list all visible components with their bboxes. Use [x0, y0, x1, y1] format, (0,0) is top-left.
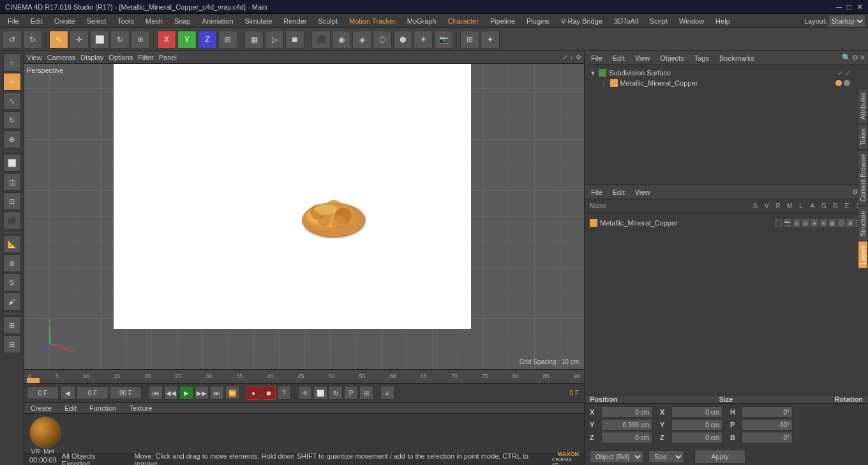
- tool-move[interactable]: ✛: [3, 73, 21, 91]
- render-view-button[interactable]: ▷: [265, 31, 284, 49]
- render-region-button[interactable]: ▦: [244, 31, 264, 49]
- obj-tree-metallic-copper[interactable]: L Metallic_Mineral_Copper: [590, 78, 863, 88]
- minimize-button[interactable]: ─: [836, 3, 842, 11]
- obj-close-icon[interactable]: ✕: [860, 54, 865, 62]
- maximize-button[interactable]: □: [847, 3, 851, 11]
- mat-menu-texture[interactable]: Texture: [125, 403, 156, 413]
- viewport-menu-filter[interactable]: Filter: [138, 54, 153, 61]
- record-button[interactable]: ●: [246, 386, 260, 400]
- obj-search-icon[interactable]: 🔍: [842, 54, 851, 62]
- viewport-menu-display[interactable]: Display: [80, 54, 103, 61]
- play-button[interactable]: ▶: [179, 386, 193, 400]
- obj-top-menu-file[interactable]: File: [587, 53, 606, 63]
- menu-animation[interactable]: Animation: [197, 16, 239, 26]
- material-slot[interactable]: VR_Met...: [29, 416, 61, 455]
- rot-b-input[interactable]: [742, 432, 793, 443]
- menu-3dtoall[interactable]: 3DToAll: [609, 16, 643, 26]
- render-picture-button[interactable]: ⏹: [285, 31, 304, 49]
- right-tab-attributes[interactable]: Attributes: [858, 88, 868, 124]
- tool-axis[interactable]: ⊛: [3, 254, 21, 272]
- pos-z-input[interactable]: [601, 432, 652, 443]
- row-icon-3[interactable]: ⊞: [793, 219, 800, 227]
- viewport-icon-down[interactable]: ↓: [570, 54, 573, 61]
- tool-scale[interactable]: ⤡: [3, 92, 21, 110]
- lights-button[interactable]: ☀: [414, 31, 433, 49]
- size-mode-dropdown[interactable]: Size Scale: [648, 450, 684, 463]
- mat-menu-create[interactable]: Create: [27, 403, 56, 413]
- obj-bottom-menu-file[interactable]: File: [587, 187, 606, 197]
- menu-character[interactable]: Character: [443, 16, 484, 26]
- row-icon-9[interactable]: ⊞: [846, 219, 854, 227]
- keyframe-mode-button[interactable]: ⬜: [313, 386, 327, 400]
- spline-button[interactable]: ⬡: [373, 31, 392, 49]
- rot-p-input[interactable]: [742, 419, 793, 431]
- move-tool-button[interactable]: ✛: [70, 31, 89, 49]
- loop-button[interactable]: ⏩: [225, 386, 239, 400]
- obj-top-menu-edit[interactable]: Edit: [609, 53, 629, 63]
- all-axes-button[interactable]: ⊞: [218, 31, 237, 49]
- tool-points[interactable]: ⊡: [3, 192, 21, 210]
- viewport-icon-settings[interactable]: ⚙: [576, 54, 581, 61]
- row-icon-7[interactable]: ▦: [828, 219, 836, 227]
- size-y-input[interactable]: [671, 419, 722, 431]
- obj-top-menu-bookmarks[interactable]: Bookmarks: [715, 53, 758, 63]
- pos-x-input[interactable]: [601, 406, 652, 418]
- row-icon-2[interactable]: 📷: [784, 219, 791, 227]
- param-mode-button[interactable]: P: [344, 386, 358, 400]
- scale-tool-button[interactable]: ⬜: [90, 31, 109, 49]
- row-icon-8[interactable]: ⬡: [837, 219, 845, 227]
- cube-button[interactable]: ⬛: [311, 31, 331, 49]
- row-icon-1[interactable]: ⬛: [775, 219, 782, 227]
- menu-render[interactable]: Render: [278, 16, 311, 26]
- pos-y-input[interactable]: [601, 419, 652, 431]
- camera-button[interactable]: 📷: [434, 31, 453, 49]
- end-frame-input[interactable]: [110, 386, 142, 399]
- record-auto-button[interactable]: ⏺: [262, 386, 276, 400]
- x-axis-button[interactable]: X: [157, 31, 176, 49]
- size-x-input[interactable]: [671, 406, 722, 418]
- timeline-ruler[interactable]: 0 5 10 15 20 25 30 35 40 45 50 55 60 65 …: [24, 370, 584, 384]
- tool-object[interactable]: ⬛: [3, 211, 21, 229]
- timeline-editor-button[interactable]: ≡: [380, 386, 394, 400]
- right-tab-layers[interactable]: Layers: [858, 241, 868, 269]
- viewport-menu-panel[interactable]: Panel: [159, 54, 177, 61]
- menu-motion-tracker[interactable]: Motion Tracker: [344, 16, 401, 26]
- y-axis-button[interactable]: Y: [177, 31, 197, 49]
- keyframe-button[interactable]: ?: [277, 386, 291, 400]
- row-icon-5[interactable]: ◈: [811, 219, 818, 227]
- current-frame-input[interactable]: [27, 386, 59, 399]
- material-thumbnail[interactable]: [29, 416, 61, 448]
- tool-edges[interactable]: ◫: [3, 173, 21, 191]
- menu-mesh[interactable]: Mesh: [140, 16, 168, 26]
- mat-menu-edit[interactable]: Edit: [61, 403, 80, 413]
- tool-rotate[interactable]: ↻: [3, 111, 21, 129]
- obj-row-metallic-copper[interactable]: Metallic_Mineral_Copper ⬛ 📷 ⊞ ⊟ ◈ ⊕ ▦ ⬡ …: [590, 216, 863, 230]
- nurbs-button[interactable]: ◉: [332, 31, 351, 49]
- tool-measure[interactable]: 📐: [3, 235, 21, 253]
- menu-mograph[interactable]: MoGraph: [402, 16, 442, 26]
- tool-s[interactable]: S: [3, 273, 21, 291]
- z-axis-button[interactable]: Z: [198, 31, 217, 49]
- menu-tools[interactable]: Tools: [112, 16, 139, 26]
- pla-mode-button[interactable]: ⊞: [359, 386, 373, 400]
- row-icon-4[interactable]: ⊟: [802, 219, 809, 227]
- right-tab-content-browser[interactable]: Content Browser: [858, 149, 868, 206]
- object-space-dropdown[interactable]: Object (Rel) World: [590, 450, 643, 463]
- menu-snap[interactable]: Snap: [169, 16, 196, 26]
- viewport-menu-options[interactable]: Options: [108, 54, 133, 61]
- tool-paint[interactable]: 🖌: [3, 293, 21, 310]
- right-tab-tokes[interactable]: Tokes: [858, 124, 868, 149]
- tool-layers[interactable]: ⊞: [3, 316, 21, 334]
- transform-tool-button[interactable]: ⊕: [131, 31, 150, 49]
- obj-top-menu-objects[interactable]: Objects: [656, 53, 687, 63]
- obj-bottom-menu-view[interactable]: View: [631, 187, 654, 197]
- tool-navigate[interactable]: ⊹: [3, 54, 21, 72]
- snap-button[interactable]: ✦: [481, 31, 500, 49]
- undo-button[interactable]: ↺: [3, 31, 22, 49]
- menu-pipeline[interactable]: Pipeline: [485, 16, 520, 26]
- right-tab-structure[interactable]: Structure: [858, 206, 868, 241]
- menu-window[interactable]: Window: [674, 16, 709, 26]
- viewport-menu-view[interactable]: View: [27, 54, 42, 61]
- rotation-mode-button[interactable]: ↻: [329, 386, 343, 400]
- motion-mode-button[interactable]: ✛: [298, 386, 312, 400]
